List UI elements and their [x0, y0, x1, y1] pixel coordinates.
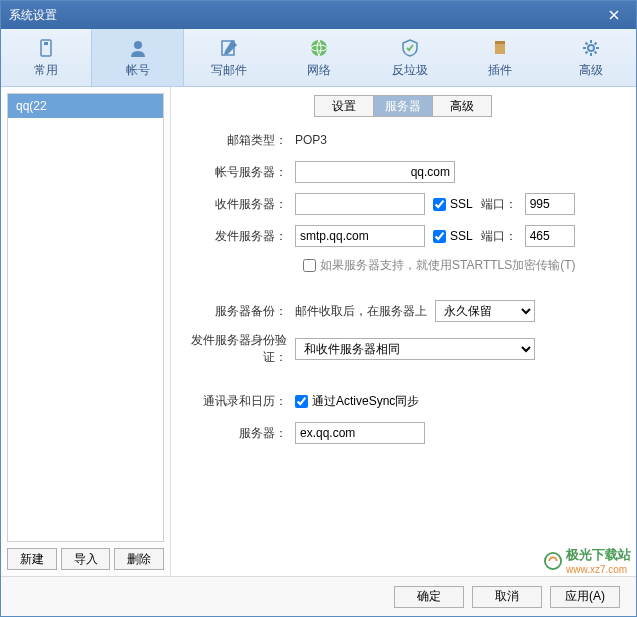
- activesync-label: 通过ActiveSync同步: [312, 393, 419, 410]
- svg-point-4: [311, 40, 327, 56]
- tab-label: 网络: [307, 62, 331, 79]
- account-server-label: 帐号服务器：: [183, 164, 295, 181]
- mailbox-type-value: POP3: [295, 133, 327, 147]
- gear-icon: [579, 36, 603, 60]
- auth-select[interactable]: 和收件服务器相同: [295, 338, 535, 360]
- incoming-port-label: 端口：: [481, 196, 517, 213]
- main-panel: 设置 服务器 高级 邮箱类型： POP3 帐号服务器： 收件服务器：: [171, 87, 636, 576]
- outgoing-label: 发件服务器：: [183, 228, 295, 245]
- sync-server-label: 服务器：: [183, 425, 295, 442]
- sync-server-input[interactable]: [295, 422, 425, 444]
- general-icon: [34, 36, 58, 60]
- outgoing-port-label: 端口：: [481, 228, 517, 245]
- subtab-server[interactable]: 服务器: [373, 95, 433, 117]
- backup-label: 服务器备份：: [183, 303, 295, 320]
- mailbox-type-label: 邮箱类型：: [183, 132, 295, 149]
- tab-label: 常用: [34, 62, 58, 79]
- sidebar-buttons: 新建 导入 删除: [7, 548, 164, 570]
- ssl-label: SSL: [450, 197, 473, 211]
- row-sync-server: 服务器：: [183, 422, 624, 444]
- row-incoming: 收件服务器： SSL 端口：: [183, 193, 624, 215]
- svg-point-8: [588, 45, 594, 51]
- tab-network[interactable]: 网络: [274, 29, 364, 86]
- incoming-server-input[interactable]: [295, 193, 425, 215]
- auth-label: 发件服务器身份验证：: [183, 332, 295, 366]
- tab-label: 插件: [488, 62, 512, 79]
- content-area: qq(22 新建 导入 删除 设置 服务器 高级 邮箱类型： POP3: [1, 87, 636, 576]
- ssl-label: SSL: [450, 229, 473, 243]
- backup-prefix: 邮件收取后，在服务器上: [295, 303, 427, 320]
- subtabs: 设置 服务器 高级: [183, 95, 624, 117]
- svg-point-2: [134, 41, 142, 49]
- import-button[interactable]: 导入: [61, 548, 111, 570]
- tab-label: 高级: [579, 62, 603, 79]
- dialog-footer: 确定 取消 应用(A): [1, 576, 636, 616]
- close-icon: [609, 10, 619, 20]
- account-list-item[interactable]: qq(22: [8, 94, 163, 118]
- subtab-settings[interactable]: 设置: [314, 95, 374, 117]
- activesync-checkbox[interactable]: 通过ActiveSync同步: [295, 393, 419, 410]
- shield-icon: [398, 36, 422, 60]
- plugin-icon: [488, 36, 512, 60]
- row-account-server: 帐号服务器：: [183, 161, 624, 183]
- cancel-button[interactable]: 取消: [472, 586, 542, 608]
- ok-button[interactable]: 确定: [394, 586, 464, 608]
- window-title: 系统设置: [9, 7, 600, 24]
- tab-label: 帐号: [126, 62, 150, 79]
- tab-label: 写邮件: [211, 62, 247, 79]
- compose-icon: [217, 36, 241, 60]
- delete-button[interactable]: 删除: [114, 548, 164, 570]
- backup-select[interactable]: 永久保留: [435, 300, 535, 322]
- account-name: qq(22: [16, 99, 47, 113]
- network-icon: [307, 36, 331, 60]
- incoming-port-input[interactable]: [525, 193, 575, 215]
- account-sidebar: qq(22 新建 导入 删除: [1, 87, 171, 576]
- contacts-label: 通讯录和日历：: [183, 393, 295, 410]
- tab-label: 反垃圾: [392, 62, 428, 79]
- outgoing-server-input[interactable]: [295, 225, 425, 247]
- account-list[interactable]: qq(22: [7, 93, 164, 542]
- row-contacts: 通讯录和日历： 通过ActiveSync同步: [183, 390, 624, 412]
- tab-account[interactable]: 帐号: [91, 29, 183, 86]
- tab-compose[interactable]: 写邮件: [184, 29, 274, 86]
- row-backup: 服务器备份： 邮件收取后，在服务器上 永久保留: [183, 300, 624, 322]
- titlebar: 系统设置: [1, 1, 636, 29]
- svg-rect-7: [495, 41, 505, 44]
- row-outgoing: 发件服务器： SSL 端口：: [183, 225, 624, 247]
- apply-button[interactable]: 应用(A): [550, 586, 620, 608]
- outgoing-ssl-input[interactable]: [433, 230, 446, 243]
- toolbar: 常用 帐号 写邮件 网络 反垃圾 插件 高级: [1, 29, 636, 87]
- tab-advanced[interactable]: 高级: [546, 29, 636, 86]
- outgoing-port-input[interactable]: [525, 225, 575, 247]
- close-button[interactable]: [600, 1, 628, 29]
- svg-rect-1: [44, 42, 48, 45]
- row-auth: 发件服务器身份验证： 和收件服务器相同: [183, 332, 624, 366]
- row-mailbox-type: 邮箱类型： POP3: [183, 129, 624, 151]
- account-icon: [126, 36, 150, 60]
- incoming-label: 收件服务器：: [183, 196, 295, 213]
- starttls-checkbox[interactable]: [303, 259, 316, 272]
- server-form: 邮箱类型： POP3 帐号服务器： 收件服务器： SSL: [183, 129, 624, 576]
- row-starttls: 如果服务器支持，就使用STARTTLS加密传输(T): [183, 257, 624, 274]
- new-account-button[interactable]: 新建: [7, 548, 57, 570]
- starttls-label: 如果服务器支持，就使用STARTTLS加密传输(T): [320, 257, 576, 274]
- subtab-advanced[interactable]: 高级: [432, 95, 492, 117]
- tab-antispam[interactable]: 反垃圾: [365, 29, 455, 86]
- account-server-input[interactable]: [295, 161, 455, 183]
- incoming-ssl-input[interactable]: [433, 198, 446, 211]
- activesync-input[interactable]: [295, 395, 308, 408]
- settings-window: 系统设置 常用 帐号 写邮件 网络 反垃圾 插件: [0, 0, 637, 617]
- tab-general[interactable]: 常用: [1, 29, 91, 86]
- incoming-ssl-checkbox[interactable]: SSL: [433, 197, 473, 211]
- outgoing-ssl-checkbox[interactable]: SSL: [433, 229, 473, 243]
- tab-plugins[interactable]: 插件: [455, 29, 545, 86]
